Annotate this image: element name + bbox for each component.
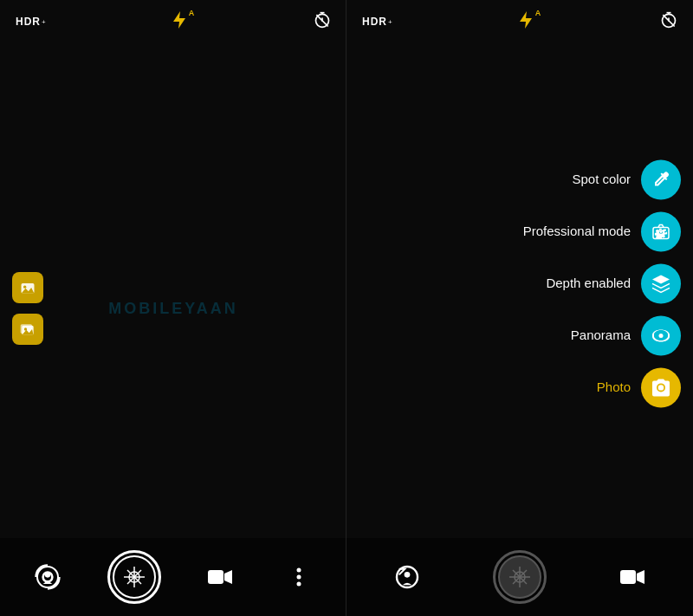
gallery-btn-2[interactable] — [12, 314, 43, 345]
menu-item-spot-color[interactable]: Spot color — [572, 159, 681, 199]
photo-icon-circle — [641, 367, 681, 407]
hdr-label-right: HDR — [362, 16, 387, 28]
rotate-camera-btn-right[interactable] — [388, 558, 426, 596]
video-icon-right — [619, 567, 645, 587]
shutter-inner-right — [498, 555, 541, 599]
left-camera-panel: HDR + A MOBILEYAAN — [0, 0, 346, 616]
eyedropper-icon — [651, 169, 671, 190]
gallery-btn-1[interactable] — [12, 272, 43, 303]
right-camera-panel: HDR + A Spot color — [346, 0, 693, 616]
professional-mode-label: Professional mode — [523, 224, 631, 238]
rotate-icon-right — [393, 563, 421, 591]
hdr-sup-right: + — [388, 18, 392, 26]
shutter-inner-left — [113, 555, 156, 599]
panorama-icon-circle — [641, 315, 681, 355]
hdr-badge-right[interactable]: HDR + — [362, 16, 392, 28]
svg-rect-21 — [208, 570, 223, 584]
svg-point-15 — [45, 572, 51, 578]
hdr-label-left: HDR — [16, 16, 41, 28]
svg-point-25 — [296, 582, 301, 587]
more-btn-left[interactable] — [280, 558, 318, 596]
timer-btn-right[interactable] — [660, 11, 677, 32]
professional-mode-icon-circle — [641, 211, 681, 251]
svg-line-5 — [316, 15, 327, 26]
svg-rect-34 — [664, 229, 666, 230]
right-top-bar: HDR + A — [346, 0, 693, 43]
watermark-left: MOBILEYAAN — [108, 299, 237, 317]
menu-item-professional[interactable]: Professional mode — [523, 211, 681, 251]
aperture-icon-right — [505, 562, 534, 592]
shutter-btn-right[interactable] — [493, 550, 547, 604]
spot-color-icon-circle — [641, 159, 681, 199]
svg-marker-35 — [652, 275, 670, 283]
flash-mode-right: A — [535, 9, 541, 17]
rotate-camera-btn-left[interactable] — [29, 558, 67, 596]
svg-marker-0 — [173, 11, 185, 29]
svg-point-11 — [24, 327, 27, 330]
panorama-icon — [651, 325, 671, 346]
svg-rect-44 — [620, 570, 636, 584]
layers-icon — [651, 273, 671, 294]
panorama-label: Panorama — [571, 327, 631, 342]
spot-color-label: Spot color — [572, 172, 631, 186]
svg-point-24 — [296, 575, 301, 580]
svg-point-23 — [296, 568, 301, 573]
hdr-sup-left: + — [42, 18, 46, 26]
camera-settings-icon — [651, 221, 671, 242]
aperture-icon-left — [120, 562, 149, 592]
depth-enabled-label: Depth enabled — [546, 276, 631, 290]
menu-item-depth[interactable]: Depth enabled — [546, 263, 681, 303]
video-btn-left[interactable] — [201, 558, 239, 596]
flash-btn-right[interactable]: A — [518, 10, 534, 33]
svg-line-31 — [663, 15, 674, 26]
svg-marker-26 — [520, 11, 532, 29]
gallery-icon-1 — [19, 279, 36, 296]
timer-icon-left — [314, 11, 331, 29]
video-btn-right[interactable] — [613, 558, 651, 596]
video-icon-left — [207, 567, 233, 587]
svg-marker-22 — [224, 570, 232, 584]
camera-icon — [651, 377, 671, 398]
flash-icon-left — [172, 10, 187, 29]
left-bottom-bar — [0, 538, 346, 616]
menu-item-photo[interactable]: Photo — [597, 367, 681, 407]
left-top-bar: HDR + A — [0, 0, 346, 43]
shutter-btn-left[interactable] — [107, 550, 161, 604]
svg-point-36 — [659, 333, 664, 337]
svg-marker-45 — [637, 570, 644, 584]
more-icon-left — [296, 567, 301, 587]
timer-btn-left[interactable] — [314, 11, 331, 32]
camera-mode-menu: Spot color Professional mode — [523, 159, 681, 407]
flash-icon-right — [518, 10, 534, 29]
flash-btn-left[interactable]: A — [172, 10, 187, 33]
svg-point-38 — [405, 572, 411, 578]
timer-icon-right — [660, 11, 677, 29]
rotate-icon-left — [34, 563, 62, 591]
depth-icon-circle — [641, 263, 681, 303]
side-icons-left — [12, 272, 43, 345]
hdr-badge-left[interactable]: HDR + — [16, 16, 46, 28]
gallery-icon-2 — [19, 321, 36, 338]
right-bottom-bar — [346, 538, 693, 616]
svg-point-7 — [23, 285, 26, 288]
photo-label: Photo — [597, 379, 631, 394]
flash-mode-left: A — [189, 9, 195, 17]
menu-item-panorama[interactable]: Panorama — [571, 315, 681, 355]
